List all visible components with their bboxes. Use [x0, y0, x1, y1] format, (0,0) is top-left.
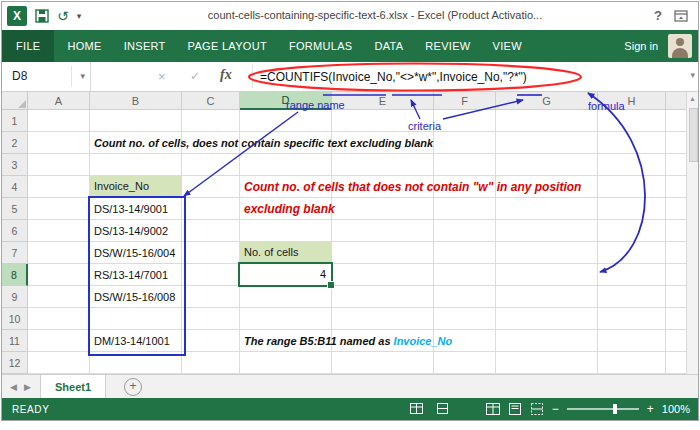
row-header-5[interactable]: 5: [2, 198, 28, 220]
ribbon-tab-bar: FILE HOME INSERT PAGE LAYOUT FORMULAS DA…: [2, 30, 698, 62]
avatar[interactable]: [668, 34, 692, 58]
row-header-10[interactable]: 10: [2, 308, 28, 330]
formula-bar: D8 ▾ × ✓ fx =COUNTIFS(Invoice_No,"<>*w*"…: [2, 62, 698, 92]
zoom-slider[interactable]: [567, 408, 639, 410]
gridline: [495, 110, 496, 374]
cell-d8-value: 4: [320, 264, 326, 285]
row-header-6[interactable]: 6: [2, 220, 28, 242]
column-header-a[interactable]: A: [28, 92, 90, 110]
excel-window: X ↺ ▾ count-cells-containing-specific-te…: [1, 1, 699, 421]
status-sheet-icon[interactable]: [437, 403, 448, 414]
formula-bar-divider: [252, 65, 253, 88]
titlebar-controls: ?: [654, 8, 688, 23]
qat-dropdown-icon[interactable]: ▾: [77, 11, 82, 21]
row-header-12[interactable]: 12: [2, 352, 28, 374]
formula-annotation: formula: [588, 100, 625, 112]
status-grid-icon[interactable]: [410, 403, 423, 414]
status-right-cluster: − + 100%: [486, 398, 690, 420]
tab-data[interactable]: DATA: [363, 30, 414, 62]
add-sheet-button[interactable]: +: [124, 378, 142, 396]
cell-b4-range-header[interactable]: Invoice_No: [90, 176, 181, 197]
cell-b2-note[interactable]: Count no. of cells, does not contain spe…: [94, 132, 433, 154]
tab-page-layout[interactable]: PAGE LAYOUT: [177, 30, 278, 62]
range-name-annotation: range name: [286, 99, 345, 111]
row-header-2[interactable]: 2: [2, 132, 28, 154]
cell-d11-prefix: The range B5:B11 named as: [244, 335, 394, 347]
status-bar: READY: [2, 398, 698, 420]
row-header-4[interactable]: 4: [2, 176, 28, 198]
row-header-11[interactable]: 11: [2, 330, 28, 352]
ribbon-display-options-icon[interactable]: [674, 10, 688, 22]
row-header-3[interactable]: 3: [2, 154, 28, 176]
scrollbar-thumb[interactable]: [689, 108, 698, 162]
zoom-level[interactable]: 100%: [662, 403, 690, 415]
undo-icon[interactable]: ↺: [57, 7, 69, 25]
select-all-corner[interactable]: [2, 92, 28, 110]
name-box[interactable]: D8 ▾: [2, 62, 91, 91]
name-box-dropdown-icon[interactable]: ▾: [80, 71, 85, 81]
sheet-nav-right-icon[interactable]: ▶: [24, 382, 31, 392]
cell-d7-label[interactable]: No. of cells: [240, 242, 331, 263]
sheet-tab-bar: ◀ ▶ Sheet1 +: [2, 374, 698, 398]
criteria-annotation: criteria: [408, 120, 441, 132]
red-note-line1: Count no. of cells that does not contain…: [244, 176, 581, 198]
help-icon[interactable]: ?: [654, 8, 662, 23]
named-range-highlight: [88, 196, 186, 356]
sheet-nav-left-icon[interactable]: ◀: [10, 382, 17, 392]
row-header-8[interactable]: 8: [2, 264, 28, 286]
zoom-in-button[interactable]: +: [647, 403, 654, 415]
sign-in-button[interactable]: Sign in: [624, 30, 668, 62]
status-mode: READY: [12, 404, 49, 415]
name-box-value: D8: [12, 69, 27, 83]
column-header-e[interactable]: E: [332, 92, 434, 110]
cancel-icon[interactable]: ×: [158, 69, 166, 84]
tab-view[interactable]: VIEW: [482, 30, 533, 62]
name-box-divider: [71, 66, 72, 87]
formula-input[interactable]: =COUNTIFS(Invoice_No,"<>*w*",Invoice_No,…: [260, 70, 527, 84]
tab-file[interactable]: FILE: [2, 30, 54, 62]
tab-sheet1[interactable]: Sheet1: [40, 375, 106, 398]
quick-access-toolbar: X ↺ ▾: [7, 6, 81, 26]
tab-review[interactable]: REVIEW: [414, 30, 481, 62]
enter-icon[interactable]: ✓: [190, 69, 200, 83]
column-header-f[interactable]: F: [434, 92, 496, 110]
window-title: count-cells-containing-specific-text-6.x…: [132, 9, 618, 21]
fill-handle[interactable]: [327, 281, 335, 289]
avatar-body-icon: [672, 48, 688, 58]
row-header-1[interactable]: 1: [2, 110, 28, 132]
avatar-head-icon: [676, 38, 684, 46]
cell-d11-note[interactable]: The range B5:B11 named as Invoice_No: [244, 330, 452, 352]
column-header-b[interactable]: B: [90, 92, 182, 110]
titlebar: X ↺ ▾ count-cells-containing-specific-te…: [2, 2, 698, 30]
gridline: [665, 110, 666, 374]
zoom-out-button[interactable]: −: [552, 403, 559, 415]
column-header-g[interactable]: G: [496, 92, 598, 110]
tab-insert[interactable]: INSERT: [113, 30, 177, 62]
tab-home[interactable]: HOME: [56, 30, 112, 62]
gridline: [597, 110, 598, 374]
column-header-c[interactable]: C: [182, 92, 240, 110]
formula-expand-icon[interactable]: ▾: [690, 70, 695, 80]
row-header-9[interactable]: 9: [2, 286, 28, 308]
save-icon[interactable]: [35, 9, 49, 23]
worksheet-grid: A B C D E F G H 1 2 3 4 5 6 7 8 9 10 11 …: [2, 92, 688, 374]
vertical-scrollbar[interactable]: ▲: [686, 92, 698, 374]
cell-d11-range-name: Invoice_No: [394, 335, 453, 347]
status-mid-icons: [410, 403, 448, 414]
page-break-view-icon[interactable]: [530, 403, 544, 415]
red-note-line2: excluding blank: [244, 198, 335, 220]
excel-logo-icon: X: [7, 6, 27, 26]
row-header-7[interactable]: 7: [2, 242, 28, 264]
insert-function-icon[interactable]: fx: [220, 67, 232, 83]
tab-formulas[interactable]: FORMULAS: [278, 30, 364, 62]
zoom-slider-handle[interactable]: [613, 404, 617, 414]
selected-cell-d8[interactable]: 4: [238, 262, 333, 287]
normal-view-icon[interactable]: [486, 403, 500, 415]
page-layout-view-icon[interactable]: [508, 403, 522, 415]
column-header-partial[interactable]: [666, 92, 688, 110]
scroll-up-icon[interactable]: ▲: [687, 95, 698, 102]
